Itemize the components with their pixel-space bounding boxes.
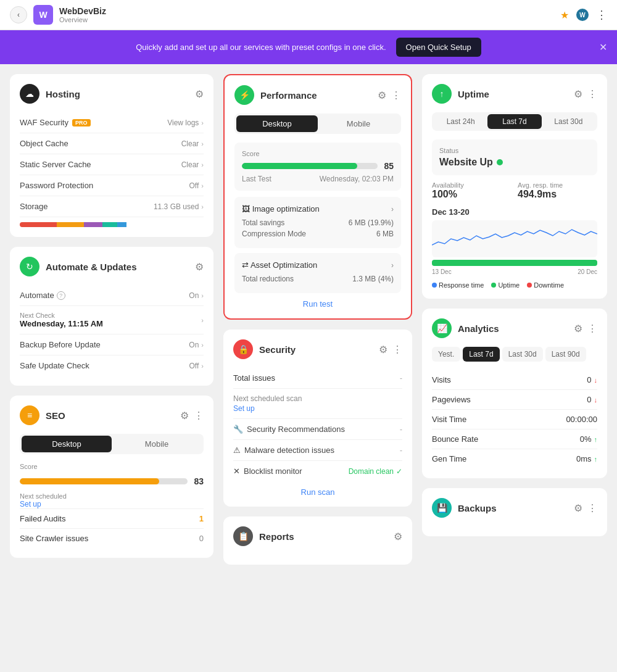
wordpress-icon[interactable]: W	[576, 9, 589, 21]
seo-setup-link[interactable]: Set up	[20, 500, 41, 508]
star-icon[interactable]: ★	[560, 9, 569, 21]
open-quick-setup-button[interactable]: Open Quick Setup	[396, 38, 481, 57]
security-rows: Total issues - Next scheduled scan Set u…	[233, 368, 402, 481]
back-button[interactable]: ‹	[10, 6, 27, 23]
uptime-settings-button[interactable]: ⚙	[574, 88, 582, 100]
object-cache-label: Object Cache	[20, 139, 68, 148]
analytics-settings-button[interactable]: ⚙	[574, 323, 582, 334]
seo-tab-desktop[interactable]: Desktop	[22, 436, 112, 452]
storage-label: Storage	[20, 202, 48, 211]
more-options-icon[interactable]: ⋮	[596, 8, 607, 22]
seo-site-crawler-row[interactable]: Site Crawler issues 0	[20, 528, 204, 548]
security-blocklist-row[interactable]: ✕ Blocklist monitor Domain clean ✓	[233, 461, 402, 481]
banner-close-button[interactable]: ✕	[599, 41, 607, 53]
automate-settings-button[interactable]: ⚙	[195, 261, 204, 273]
legend-downtime-dot	[527, 283, 532, 288]
seo-failed-audits-row[interactable]: Failed Audits 1	[20, 508, 204, 528]
uptime-tab-7d[interactable]: Last 7d	[487, 114, 541, 129]
performance-settings-button[interactable]: ⚙	[378, 89, 386, 101]
seo-settings-button[interactable]: ⚙	[180, 410, 189, 421]
analytics-tab-7d[interactable]: Last 7d	[463, 347, 499, 362]
hosting-card: ☁ Hosting ⚙ WAF Security PRO View logs ›…	[10, 74, 213, 237]
availability-label: Availability	[432, 181, 511, 189]
seo-tab-mobile[interactable]: Mobile	[112, 436, 202, 452]
performance-score-section: Score 85 Last Test Wednesday, 02:03 PM	[234, 143, 401, 191]
performance-tab-desktop[interactable]: Desktop	[236, 115, 318, 132]
analytics-gen-time-row: Gen Time 0ms ↑	[432, 449, 597, 468]
automate-row-next-check[interactable]: Next Check Wednesday, 11:15 AM ›	[20, 306, 204, 334]
analytics-tab-90d[interactable]: Last 90d	[545, 347, 586, 362]
avg-resp-value: 494.9ms	[518, 189, 597, 200]
performance-more-button[interactable]: ⋮	[391, 89, 401, 101]
security-more-button[interactable]: ⋮	[392, 344, 402, 355]
performance-tab-mobile[interactable]: Mobile	[318, 115, 399, 132]
performance-score-bar	[242, 163, 378, 169]
automate-value: On ›	[189, 291, 204, 300]
security-card-title: Security	[259, 344, 373, 355]
performance-score-bar-wrap: 85	[242, 161, 394, 171]
next-check-value: Wednesday, 11:15 AM	[20, 319, 103, 328]
uptime-card-title: Uptime	[458, 89, 568, 99]
analytics-tab-yesterday[interactable]: Yest.	[432, 347, 460, 362]
reports-card: 📋 Reports ⚙	[223, 516, 412, 565]
next-check-chevron: ›	[201, 317, 204, 324]
backups-settings-button[interactable]: ⚙	[574, 502, 582, 514]
automate-row-backup[interactable]: Backup Before Update On ›	[20, 334, 204, 355]
uptime-tab-24h[interactable]: Last 24h	[434, 114, 487, 129]
analytics-tab-30d[interactable]: Last 30d	[502, 347, 543, 362]
uptime-more-button[interactable]: ⋮	[587, 88, 597, 100]
availability-metric: Availability 100%	[432, 181, 511, 200]
reports-settings-button[interactable]: ⚙	[394, 531, 402, 542]
analytics-bounce-rate-row: Bounce Rate 0% ↑	[432, 429, 597, 449]
performance-card-header: ⚡ Performance ⚙ ⋮	[234, 85, 401, 105]
uptime-tab-30d[interactable]: Last 30d	[542, 114, 595, 129]
site-crawler-count: 0	[199, 534, 204, 543]
automate-row-safe-update[interactable]: Safe Update Check Off ›	[20, 355, 204, 376]
legend-response-label: Response time	[439, 281, 484, 289]
uptime-chart-canvas	[432, 220, 597, 257]
next-scan-setup-link[interactable]: Set up	[233, 404, 302, 413]
asset-opt-header[interactable]: ⇄ Asset Optimization ›	[242, 260, 394, 270]
analytics-pageviews-row: Pageviews 0 ↓	[432, 390, 597, 410]
security-settings-button[interactable]: ⚙	[379, 344, 387, 355]
pageviews-label: Pageviews	[432, 395, 471, 404]
hosting-row-object-cache[interactable]: Object Cache Clear ›	[20, 133, 204, 154]
hosting-settings-button[interactable]: ⚙	[195, 88, 204, 100]
asset-opt-chevron: ›	[391, 261, 394, 270]
backup-before-update-label: Backup Before Update	[20, 340, 101, 349]
analytics-icon: 📈	[432, 318, 452, 338]
storage-seg-4	[102, 222, 117, 227]
hosting-row-storage[interactable]: Storage 11.3 GB used ›	[20, 196, 204, 217]
analytics-time-tabs: Yest. Last 7d Last 30d Last 90d	[432, 347, 597, 362]
backups-more-button[interactable]: ⋮	[587, 502, 597, 514]
security-recommendations-row[interactable]: 🔧 Security Recommendations -	[233, 419, 402, 440]
compression-mode-row: Compression Mode 6 MB	[242, 230, 394, 238]
gen-time-value: 0ms ↑	[576, 454, 597, 463]
bounce-rate-value: 0% ↑	[580, 434, 597, 444]
performance-score-number: 85	[384, 161, 394, 171]
run-test-button[interactable]: Run test	[234, 299, 401, 309]
image-opt-header[interactable]: 🖼 Image optimization ›	[242, 204, 394, 214]
password-protection-label: Password Protection	[20, 181, 93, 190]
main-content: ☁ Hosting ⚙ WAF Security PRO View logs ›…	[0, 64, 617, 575]
seo-tab-switcher: Desktop Mobile	[20, 434, 204, 454]
malware-label: ⚠ Malware detection issues	[233, 446, 334, 455]
site-crawler-label: Site Crawler issues	[20, 534, 88, 543]
hosting-row-waf[interactable]: WAF Security PRO View logs ›	[20, 112, 204, 133]
hosting-row-static-cache[interactable]: Static Server Cache Clear ›	[20, 154, 204, 175]
image-opt-label: 🖼 Image optimization	[242, 204, 320, 214]
failed-audits-count: 1	[199, 514, 204, 523]
analytics-more-button[interactable]: ⋮	[587, 323, 597, 334]
run-scan-button[interactable]: Run scan	[233, 487, 402, 497]
hosting-row-password[interactable]: Password Protection Off ›	[20, 175, 204, 196]
total-issues-value: -	[400, 374, 402, 383]
automate-row-automate[interactable]: Automate ? On ›	[20, 285, 204, 306]
security-malware-row[interactable]: ⚠ Malware detection issues -	[233, 440, 402, 461]
legend-downtime-label: Downtime	[534, 281, 564, 289]
left-column: ☁ Hosting ⚙ WAF Security PRO View logs ›…	[10, 74, 213, 565]
seo-more-button[interactable]: ⋮	[194, 410, 204, 421]
static-cache-label: Static Server Cache	[20, 160, 91, 169]
safe-update-label: Safe Update Check	[20, 361, 89, 370]
total-reductions-value: 1.3 MB (4%)	[352, 275, 394, 283]
backups-card-actions: ⚙ ⋮	[574, 502, 597, 514]
